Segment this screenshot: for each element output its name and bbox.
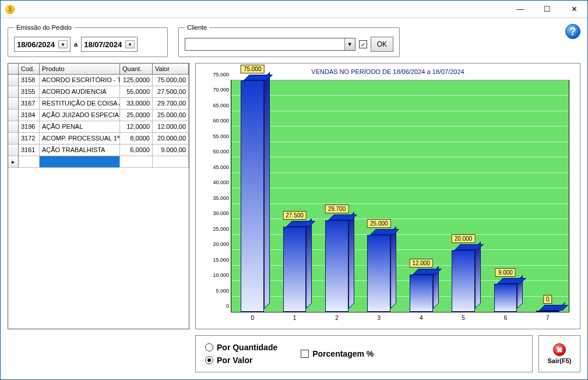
chart-bar: 12.000 bbox=[410, 275, 433, 312]
radio-icon bbox=[205, 356, 213, 364]
y-tick: 40.000 bbox=[213, 180, 229, 185]
row-indicator bbox=[8, 86, 19, 98]
x-tick: 1 bbox=[293, 315, 297, 321]
cell-cod: 3167 bbox=[19, 98, 40, 110]
col-quant: Quant. bbox=[120, 64, 153, 75]
x-tick: 0 bbox=[251, 315, 254, 321]
cell-produto: RESTITUIÇÃO DE COISA APR bbox=[40, 98, 120, 110]
table-row[interactable]: 3167RESTITUIÇÃO DE COISA APR33,000029.70… bbox=[8, 98, 189, 110]
table-row[interactable] bbox=[8, 156, 189, 168]
x-tick: 3 bbox=[378, 315, 381, 321]
cell-produto: AÇÃO TRABALHISTA bbox=[40, 145, 120, 156]
bar-value-label: 12.000 bbox=[409, 259, 433, 268]
titlebar: $ — ☐ ✕ bbox=[1, 1, 587, 18]
row-indicator bbox=[8, 121, 19, 133]
cliente-combo[interactable]: ▼ bbox=[185, 38, 355, 51]
radio-por-valor[interactable]: Por Valor bbox=[205, 356, 277, 365]
table-row[interactable]: 3161AÇÃO TRABALHISTA6,00009.000,00 bbox=[8, 145, 189, 156]
col-produto: Produto bbox=[40, 64, 120, 75]
sair-button[interactable]: ✖ Sair(F5) bbox=[538, 335, 580, 372]
row-indicator bbox=[8, 156, 19, 168]
chevron-down-icon[interactable]: ▼ bbox=[344, 38, 355, 50]
date-to-picker[interactable]: 18/07/2024 ▾ bbox=[81, 37, 138, 52]
y-tick: 50.000 bbox=[213, 149, 229, 154]
table-row[interactable]: 3155ACORDO AUDIENCIA55,000027.500,00 bbox=[8, 86, 189, 98]
bar-value-label: 9.000 bbox=[495, 268, 516, 277]
y-tick: 65.000 bbox=[213, 103, 229, 108]
y-tick: 10.000 bbox=[213, 272, 229, 278]
cell-quant: 55,0000 bbox=[120, 86, 153, 98]
cell-produto: AÇÃO JUIZADO ESPECIAL C bbox=[40, 110, 120, 121]
x-tick: 5 bbox=[462, 315, 465, 321]
chart-panel: VENDAS NO PERÍODO DE 18/06/2024 a 18/07/… bbox=[195, 63, 580, 329]
bar-value-label: 0 bbox=[543, 295, 552, 304]
cell-valor: 75.000,00 bbox=[153, 75, 189, 86]
cell-quant: 33,0000 bbox=[120, 98, 153, 110]
y-tick: 25.000 bbox=[213, 226, 229, 232]
cell-cod: 3161 bbox=[19, 145, 40, 156]
y-tick: 20.000 bbox=[213, 241, 229, 247]
table-row[interactable]: 3158ACORDO ESCRITÓRIO - TIT.125,000075.0… bbox=[8, 75, 189, 86]
cell-valor: 27.500,00 bbox=[153, 86, 189, 98]
cell-cod: 3172 bbox=[19, 133, 40, 145]
cell-quant: 25,0000 bbox=[120, 110, 153, 121]
minimize-button[interactable]: — bbox=[507, 1, 534, 18]
y-tick: 15.000 bbox=[213, 257, 229, 263]
cliente-checkbox[interactable]: ✓ bbox=[359, 40, 367, 48]
radio-por-quantidade[interactable]: Por Quantidade bbox=[205, 343, 277, 352]
chart-bar: 20.000 bbox=[452, 250, 475, 312]
cell-produto: ACORDO AUDIENCIA bbox=[40, 86, 120, 98]
checkbox-pct-label: Porcentagem % bbox=[312, 349, 374, 358]
table-row[interactable]: 3196AÇÃO PENAL12,000012.000,00 bbox=[8, 121, 189, 133]
cell-valor: 29.700,00 bbox=[153, 98, 189, 110]
cliente-input[interactable] bbox=[185, 38, 344, 50]
table-row[interactable]: 3184AÇÃO JUIZADO ESPECIAL C25,000025.000… bbox=[8, 110, 189, 121]
col-indicator bbox=[8, 64, 19, 75]
radio-qty-label: Por Quantidade bbox=[217, 343, 277, 352]
bar-value-label: 20.000 bbox=[452, 234, 476, 243]
cell-produto: ACORDO ESCRITÓRIO - TIT. bbox=[40, 75, 120, 86]
table-row[interactable]: 3172ACOMP. PROCESSUAL 1ª IN8,000020.000,… bbox=[8, 133, 189, 145]
date-range-group: Emissão do Pedido 18/06/2024 ▾ a 18/07/2… bbox=[8, 24, 168, 57]
x-tick: 7 bbox=[546, 315, 550, 321]
cell-cod: 3155 bbox=[19, 86, 40, 98]
row-indicator bbox=[8, 133, 19, 145]
options-box: Por Quantidade Por Valor Porcentagem % bbox=[195, 335, 533, 372]
cliente-group: Cliente ▼ ✓ OK bbox=[178, 24, 400, 57]
radio-group: Por Quantidade Por Valor bbox=[205, 343, 277, 365]
ok-button[interactable]: OK bbox=[371, 37, 393, 52]
chevron-down-icon[interactable]: ▾ bbox=[58, 40, 68, 48]
checkbox-porcentagem[interactable]: Porcentagem % bbox=[301, 349, 374, 358]
y-tick: 75.000 bbox=[213, 72, 229, 78]
col-cod: Cod. bbox=[19, 64, 40, 75]
chart-plot-area: 05.00010.00015.00020.00025.00030.00035.0… bbox=[231, 80, 569, 312]
checkbox-icon bbox=[301, 350, 309, 358]
chart-bar: 25.000 bbox=[367, 235, 390, 312]
chart-bar: 9.000 bbox=[494, 284, 517, 312]
cell-produto: ACOMP. PROCESSUAL 1ª IN bbox=[40, 133, 120, 145]
window-close-button[interactable]: ✕ bbox=[561, 1, 587, 18]
help-icon[interactable]: ? bbox=[565, 24, 580, 39]
chevron-down-icon[interactable]: ▾ bbox=[125, 40, 135, 48]
maximize-button[interactable]: ☐ bbox=[534, 1, 561, 18]
row-indicator bbox=[8, 75, 19, 86]
sair-label: Sair(F5) bbox=[548, 357, 572, 364]
window-controls: — ☐ ✕ bbox=[507, 1, 587, 18]
x-tick: 2 bbox=[335, 315, 339, 321]
row-indicator bbox=[8, 98, 19, 110]
x-tick: 4 bbox=[420, 315, 423, 321]
date-from-picker[interactable]: 18/06/2024 ▾ bbox=[14, 37, 71, 52]
cell-quant bbox=[120, 156, 153, 168]
cell-valor: 25.000,00 bbox=[153, 110, 189, 121]
chart-bar: 27.500 bbox=[283, 227, 307, 312]
bar-value-label: 29.700 bbox=[325, 205, 349, 213]
y-tick: 35.000 bbox=[213, 195, 229, 201]
cell-valor: 12.000,00 bbox=[153, 121, 189, 133]
cell-quant: 6,0000 bbox=[120, 145, 153, 156]
product-grid[interactable]: Cod. Produto Quant. Valor 3158ACORDO ESC… bbox=[8, 63, 189, 329]
cell-cod: 3184 bbox=[19, 110, 40, 121]
row-indicator bbox=[8, 110, 19, 121]
cell-valor: 20.000,00 bbox=[153, 133, 189, 145]
y-tick: 30.000 bbox=[213, 210, 229, 216]
cell-valor bbox=[153, 156, 189, 168]
